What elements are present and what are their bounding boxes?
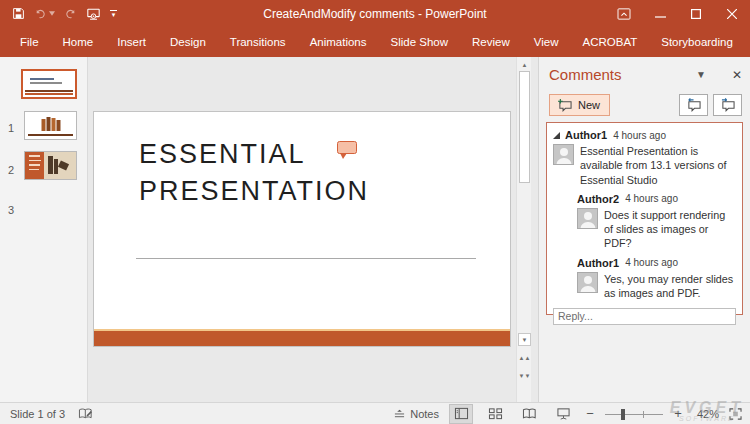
thumbnail-number: 1 <box>8 122 14 134</box>
thumbnail-2-preview <box>41 117 60 131</box>
tab-insert[interactable]: Insert <box>105 27 158 57</box>
tab-acrobat[interactable]: ACROBAT <box>571 27 650 57</box>
slide-canvas[interactable]: ESSENTIAL PRESENTATION <box>93 111 511 347</box>
comment-reply-item[interactable]: Author1 4 hours ago Yes, you may render … <box>577 257 736 301</box>
comment-text: Essential Presentation is available from… <box>580 144 736 187</box>
slide-accent-bar <box>94 331 510 346</box>
comment-reply-item[interactable]: Author2 4 hours ago Does it support rend… <box>577 193 736 251</box>
avatar <box>553 144 574 165</box>
reading-view-button[interactable] <box>517 404 541 424</box>
scroll-up-icon[interactable]: ▲ <box>518 58 531 71</box>
quick-access-toolbar: ▾ <box>12 7 117 21</box>
close-button[interactable] <box>714 0 750 27</box>
tab-storyboarding[interactable]: Storyboarding <box>649 27 745 57</box>
scroll-down-icon[interactable]: ▼ <box>518 333 531 346</box>
tab-file[interactable]: File <box>8 27 51 57</box>
window-controls <box>606 0 750 27</box>
tab-slide-show[interactable]: Slide Show <box>379 27 461 57</box>
slide-thumbnail-3[interactable] <box>24 151 77 180</box>
notes-toggle-button[interactable]: Notes <box>393 408 439 420</box>
save-icon[interactable] <box>12 7 25 20</box>
tab-view[interactable]: View <box>522 27 571 57</box>
tab-animations[interactable]: Animations <box>298 27 379 57</box>
customize-quick-access-icon[interactable]: ▾ <box>110 10 117 17</box>
collapse-thread-icon[interactable] <box>553 132 560 139</box>
zoom-slider[interactable] <box>605 408 663 420</box>
comments-toolbar: New <box>549 94 742 116</box>
tab-transitions[interactable]: Transitions <box>218 27 298 57</box>
new-comment-icon <box>557 98 573 112</box>
next-slide-button[interactable]: ▼▼ <box>518 370 531 383</box>
vertical-scrollbar[interactable]: ▲ ▼ ▲▲ ▼▼ <box>516 57 531 402</box>
notes-label: Notes <box>410 408 439 420</box>
zoom-level[interactable]: 42% <box>693 408 719 420</box>
notes-icon <box>393 408 406 419</box>
slide-show-button[interactable] <box>551 404 575 424</box>
slide-thumbnail-1[interactable] <box>21 69 77 99</box>
thumbnail-number: 3 <box>8 204 14 216</box>
pane-close-icon[interactable]: ✕ <box>732 68 742 82</box>
tab-design[interactable]: Design <box>158 27 218 57</box>
zoom-slider-knob[interactable] <box>621 409 625 420</box>
comment-text: Does it support rendering of slides as i… <box>604 208 736 251</box>
status-bar: Slide 1 of 3 Notes <box>0 402 750 424</box>
maximize-button[interactable] <box>678 0 714 27</box>
tab-home[interactable]: Home <box>51 27 106 57</box>
fit-to-window-icon[interactable] <box>729 408 742 420</box>
comment-timestamp: 4 hours ago <box>625 257 678 268</box>
slide-thumbnail-panel: 1 2 3 <box>0 57 88 402</box>
redo-icon[interactable] <box>64 8 77 20</box>
comment-text: Yes, you may render slides as images and… <box>604 272 736 301</box>
new-comment-button[interactable]: New <box>549 94 610 116</box>
comment-author: Author2 <box>577 193 619 205</box>
comments-pane-title: Comments <box>549 66 622 83</box>
tab-review[interactable]: Review <box>460 27 522 57</box>
normal-view-button[interactable] <box>449 404 473 424</box>
new-comment-label: New <box>578 99 600 111</box>
slide-sorter-view-button[interactable] <box>483 404 507 424</box>
previous-comment-button[interactable] <box>679 94 708 116</box>
reply-row <box>553 306 736 325</box>
undo-icon[interactable] <box>34 8 55 20</box>
tell-me-box[interactable]: Tell me <box>745 30 750 54</box>
thumbnail-number: 2 <box>8 164 14 176</box>
minimize-button[interactable] <box>642 0 678 27</box>
comment-author: Author1 <box>565 129 607 141</box>
reply-input[interactable] <box>553 308 736 325</box>
spell-check-icon[interactable] <box>78 407 93 420</box>
powerpoint-window: ▾ CreateAndModify comments - PowerPoint … <box>0 0 750 424</box>
scrollbar-thumb[interactable] <box>519 71 530 183</box>
start-from-beginning-icon[interactable] <box>86 7 101 21</box>
slide-indicator[interactable]: Slide 1 of 3 <box>10 408 65 420</box>
comment-timestamp: 4 hours ago <box>613 130 666 141</box>
ribbon-display-options-icon[interactable] <box>606 0 642 27</box>
zoom-out-button[interactable]: − <box>585 406 595 421</box>
comment-marker-icon[interactable] <box>337 141 357 154</box>
avatar <box>577 272 598 293</box>
slide-divider-line <box>136 258 476 259</box>
comment-author: Author1 <box>577 257 619 269</box>
slide-thumbnail-2[interactable] <box>24 111 77 140</box>
titlebar: ▾ CreateAndModify comments - PowerPoint <box>0 0 750 27</box>
content-area: 1 2 3 <box>0 57 750 402</box>
avatar <box>577 208 598 229</box>
thumbnail-1-preview <box>30 78 54 80</box>
comment-timestamp: 4 hours ago <box>625 193 678 204</box>
comments-pane-header: Comments ▼ ✕ <box>549 66 742 83</box>
comment-thread-card[interactable]: Author1 4 hours ago Essential Presentati… <box>546 122 743 315</box>
zoom-in-button[interactable]: + <box>673 406 683 421</box>
slide-title[interactable]: ESSENTIAL PRESENTATION <box>139 136 369 210</box>
pane-options-chevron-icon[interactable]: ▼ <box>696 69 706 80</box>
ribbon-tab-bar: File Home Insert Design Transitions Anim… <box>0 27 750 57</box>
previous-slide-button[interactable]: ▲▲ <box>518 352 531 365</box>
comment-item[interactable]: Author1 4 hours ago Essential Presentati… <box>553 129 736 187</box>
next-comment-button[interactable] <box>713 94 742 116</box>
comments-pane: Comments ▼ ✕ New <box>538 57 750 402</box>
thumbnail-3-preview <box>25 152 44 179</box>
